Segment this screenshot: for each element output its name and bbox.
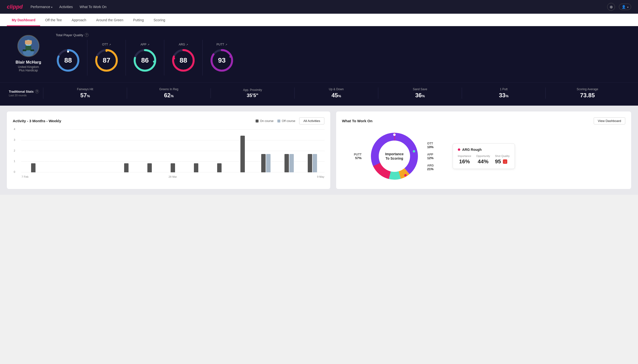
donut-chart: Importance To Scoring: [367, 129, 421, 183]
what-panel-title: What To Work On: [342, 119, 372, 123]
quality-label: Total Player Quality ?: [56, 33, 629, 37]
on-course-bar: [31, 163, 36, 172]
stat-one-putt: 1 Putt 33%: [462, 88, 545, 99]
on-course-legend-dot: [256, 120, 259, 122]
donut-right-labels: OTT 10% APP 12% ARG 21%: [427, 142, 447, 171]
svg-point-28: [413, 150, 415, 152]
what-to-work-on-panel: What To Work On View Dashboard PUTT 57%: [336, 112, 631, 189]
stats-label-group: Traditional Stats ? Last 20 rounds: [9, 90, 43, 97]
on-course-bar: [124, 163, 129, 172]
donut-left-labels: PUTT 57%: [342, 153, 362, 160]
activity-panel-title: Activity - 3 Months - Weekly: [13, 119, 61, 123]
gauge-total: 88: [56, 48, 80, 72]
gauge-arg-value: 88: [179, 56, 187, 64]
stats-bar: Traditional Stats ? Last 20 rounds Fairw…: [0, 82, 638, 106]
bottom-section: Activity - 3 Months - Weekly On course O…: [0, 106, 638, 195]
bar-group-5: [139, 163, 161, 172]
arg-arrow-icon: ↗: [186, 43, 188, 46]
user-icon: 👤: [621, 5, 626, 9]
stat-fairways-hit: Fairways Hit 57%: [43, 88, 127, 99]
svg-point-27: [393, 134, 396, 136]
user-menu-button[interactable]: 👤: [619, 4, 631, 10]
svg-rect-7: [30, 50, 34, 51]
quality-circles: 88 OTT ↗ 87: [56, 40, 629, 76]
svg-point-10: [67, 50, 69, 52]
off-course-bar: [289, 154, 294, 172]
circle-total: 88: [56, 40, 87, 76]
tab-scoring[interactable]: Scoring: [149, 14, 170, 26]
bar-group-12: [302, 154, 323, 172]
all-activities-button[interactable]: All Activities: [299, 117, 324, 124]
donut-center-text: Importance To Scoring: [385, 152, 403, 160]
nav-links: Performance Activities What To Work On: [31, 1, 599, 13]
app-arrow-icon: ↗: [147, 43, 149, 46]
empty-bar: [101, 172, 105, 172]
quality-info-icon[interactable]: ?: [85, 33, 89, 37]
stat-app-proximity: App. Proximity 35'5": [210, 88, 294, 98]
bar-group-8: [208, 163, 230, 172]
what-panel-header: What To Work On View Dashboard: [342, 117, 625, 124]
gauge-arg: 88: [171, 48, 196, 72]
player-country: United Kingdom: [18, 65, 39, 69]
on-course-bar: [171, 163, 175, 172]
svg-point-29: [404, 174, 407, 176]
player-info: Blair McHarg United Kingdom Plus Handica…: [9, 33, 48, 72]
nav-performance[interactable]: Performance: [31, 1, 52, 13]
avatar: [17, 35, 39, 57]
activity-panel: Activity - 3 Months - Weekly On course O…: [7, 112, 330, 189]
circle-ott: OTT ↗ 87: [87, 40, 126, 76]
chart-legend: On course Off course: [256, 119, 296, 123]
bar-group-9: [232, 136, 254, 172]
nav-what-to-work-on[interactable]: What To Work On: [80, 1, 106, 13]
stat-up-and-down: Up & Down 45%: [294, 88, 378, 99]
info-metrics: Importance 16% Opportunity 44% Shot Qual…: [458, 154, 510, 165]
add-button[interactable]: ⊕: [607, 3, 615, 11]
plus-icon: ⊕: [610, 5, 613, 9]
bar-group-7: [185, 163, 207, 172]
empty-bar: [54, 172, 59, 172]
tab-off-the-tee[interactable]: Off the Tee: [40, 14, 67, 26]
info-card: ARG Rough Importance 16% Opportunity 44%…: [453, 144, 515, 169]
performance-chevron-icon: [51, 5, 52, 9]
svg-rect-6: [23, 50, 27, 51]
bar-group-4: [116, 163, 137, 172]
tab-putting[interactable]: Putting: [128, 14, 149, 26]
putt-arrow-icon: ↗: [225, 43, 227, 46]
info-metric-shot-quality: Shot Quality 95 ↓: [495, 154, 510, 165]
legend-on-course: On course: [256, 119, 274, 123]
off-course-bar: [266, 154, 271, 172]
info-card-dot: [458, 148, 460, 151]
bar-group-1: [46, 172, 68, 172]
bar-group-0: [23, 163, 44, 172]
gauge-ott: 87: [94, 48, 119, 72]
gauge-putt-value: 93: [218, 56, 226, 64]
chart-area: 4 3 2 1 0 7 Feb 28 Mar 9 May: [13, 129, 324, 178]
shot-quality-badge: ↓: [503, 160, 507, 164]
gauge-app: 86: [133, 48, 157, 72]
gauge-total-value: 88: [64, 56, 72, 64]
app-logo: clippd: [7, 4, 23, 10]
stats-rounds: Last 20 rounds: [9, 94, 43, 97]
bar-group-3: [92, 172, 114, 172]
svg-point-4: [26, 40, 31, 45]
bar-group-11: [278, 154, 300, 172]
nav-activities[interactable]: Activities: [59, 1, 73, 13]
tab-my-dashboard[interactable]: My Dashboard: [7, 14, 40, 26]
user-chevron-icon: [627, 5, 628, 9]
view-dashboard-button[interactable]: View Dashboard: [594, 117, 625, 124]
tab-approach[interactable]: Approach: [67, 14, 91, 26]
on-course-bar: [241, 136, 245, 172]
info-card-title: ARG Rough: [458, 148, 510, 152]
circle-putt: PUTT ↗ 93: [202, 40, 241, 76]
svg-rect-5: [26, 46, 31, 50]
circle-arg: ARG ↗ 88: [164, 40, 202, 76]
putt-label-left: PUTT 57%: [354, 153, 362, 160]
bars-container: [22, 129, 324, 172]
tab-around-the-green[interactable]: Around the Green: [91, 14, 128, 26]
off-course-bar: [313, 154, 317, 172]
tab-bar: My Dashboard Off the Tee Approach Around…: [0, 14, 638, 26]
stats-info-icon[interactable]: ?: [35, 90, 39, 94]
player-handicap: Plus Handicap: [19, 69, 38, 72]
svg-point-19: [173, 58, 175, 60]
on-course-bar: [308, 154, 312, 172]
